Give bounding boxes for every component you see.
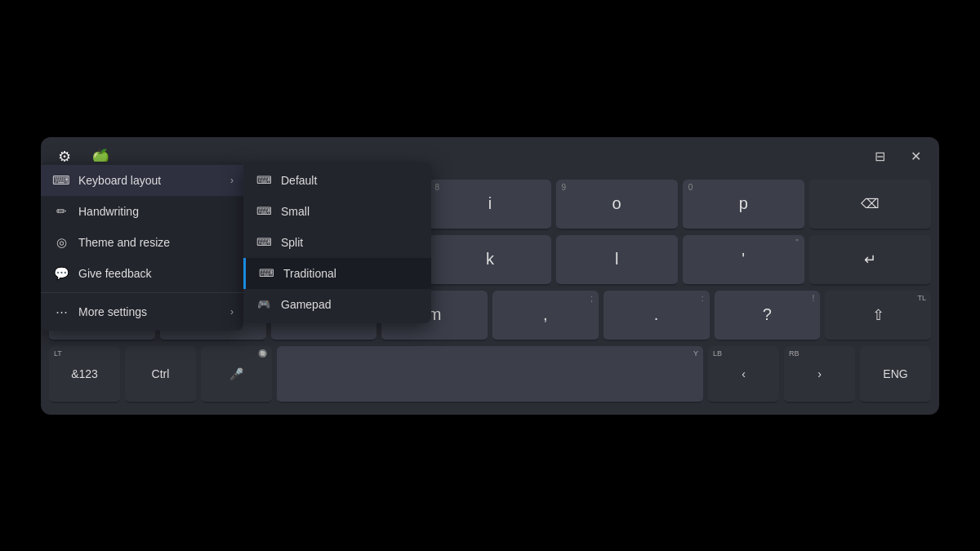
menu-item-keyboard-layout[interactable]: ⌨ Keyboard layout › [41, 165, 243, 196]
close-button[interactable]: ✕ [903, 144, 928, 169]
chevron-icon: › [230, 175, 234, 186]
submenu-gamepad-icon: 🎮 [256, 297, 271, 312]
menu-item-give-feedback-label: Give feedback [78, 267, 152, 280]
more-settings-icon: ⋯ [54, 304, 69, 319]
submenu-panel: ⌨ Default ⌨ Small ⌨ Split ⌨ Traditional … [243, 162, 431, 323]
key-l[interactable]: l [556, 235, 678, 286]
key-period[interactable]: : . [604, 291, 710, 341]
submenu-item-traditional[interactable]: ⌨ Traditional [243, 258, 431, 289]
key-i[interactable]: 8i [429, 180, 550, 230]
more-settings-chevron-icon: › [230, 306, 234, 318]
handwriting-icon: ✏ [54, 204, 69, 219]
key-ctrl[interactable]: Ctrl [125, 346, 196, 403]
menu-panel: ⌨ Keyboard layout › ✏ Handwriting ◎ Them… [41, 162, 243, 331]
submenu-small-label: Small [281, 205, 310, 218]
menu-item-more-settings-label: More settings [78, 305, 147, 318]
submenu-small-icon: ⌨ [256, 204, 271, 219]
submenu-traditional-icon: ⌨ [259, 266, 274, 281]
top-bar-right: ⊟ ✕ [867, 144, 928, 169]
submenu-item-split[interactable]: ⌨ Split [243, 227, 431, 258]
key-question[interactable]: ! ? [715, 291, 821, 341]
key-shift[interactable]: TL ⇧ [825, 291, 931, 341]
key-lang[interactable]: ENG [860, 346, 931, 403]
submenu-gamepad-label: Gamepad [281, 298, 331, 311]
numsymbol-label: &123 [71, 367, 98, 380]
submenu-split-icon: ⌨ [256, 235, 271, 250]
menu-item-give-feedback[interactable]: 💬 Give feedback [41, 258, 243, 289]
key-k[interactable]: k [429, 235, 550, 286]
ctrl-label: Ctrl [152, 367, 170, 380]
menu-item-theme-resize-label: Theme and resize [78, 236, 170, 249]
key-apostrophe[interactable]: " ' [683, 235, 804, 286]
key-numsymbol[interactable]: LT &123 [49, 346, 120, 403]
key-o[interactable]: 9o [556, 180, 678, 230]
give-feedback-icon: 💬 [54, 266, 69, 281]
bottom-row: LT &123 Ctrl 🔘 🎤 Y LB ‹ RB › ENG [49, 346, 931, 403]
minimize-button[interactable]: ⊟ [867, 144, 892, 169]
key-enter[interactable]: ↵ [809, 235, 931, 286]
key-space[interactable]: Y [277, 346, 703, 403]
key-mic[interactable]: 🔘 🎤 [201, 346, 272, 403]
keyboard-layout-icon: ⌨ [54, 173, 69, 188]
submenu-default-label: Default [281, 174, 317, 187]
submenu-item-small[interactable]: ⌨ Small [243, 196, 431, 227]
key-comma[interactable]: ; , [492, 291, 599, 341]
menu-item-handwriting-label: Handwriting [78, 205, 139, 218]
key-left-arrow[interactable]: LB ‹ [708, 346, 779, 403]
submenu-default-icon: ⌨ [256, 173, 271, 188]
key-right-arrow[interactable]: RB › [784, 346, 855, 403]
lang-label: ENG [883, 367, 907, 380]
submenu-traditional-label: Traditional [283, 267, 336, 280]
menu-item-keyboard-layout-label: Keyboard layout [78, 174, 161, 187]
submenu-split-label: Split [281, 236, 303, 249]
key-backspace[interactable]: ⌫ [809, 180, 931, 230]
theme-resize-icon: ◎ [54, 235, 69, 250]
key-p[interactable]: 0p [683, 180, 804, 230]
submenu-item-gamepad[interactable]: 🎮 Gamepad [243, 289, 431, 320]
keyboard-container: ⚙ 🍏 ⊟ ✕ t 6y 7u 8i 9o 0p ⌫ g h j k l " [41, 137, 939, 415]
menu-divider [41, 292, 243, 293]
menu-item-more-settings[interactable]: ⋯ More settings › [41, 296, 243, 327]
menu-item-handwriting[interactable]: ✏ Handwriting [41, 196, 243, 227]
submenu-item-default[interactable]: ⌨ Default [243, 165, 431, 196]
menu-item-theme-resize[interactable]: ◎ Theme and resize [41, 227, 243, 258]
